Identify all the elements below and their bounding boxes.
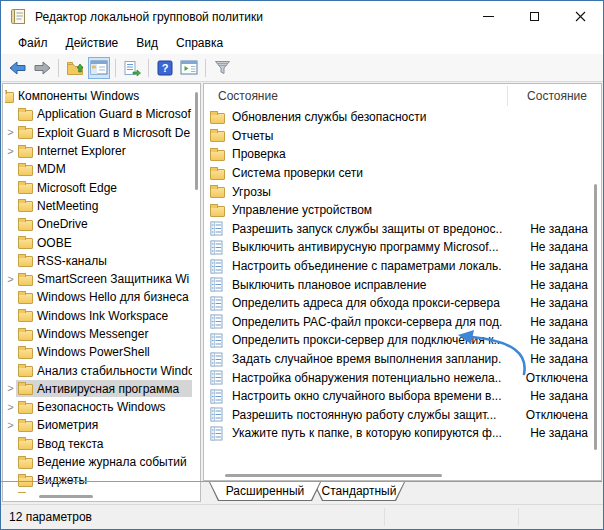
tree-item[interactable]: > Exploit Guard в Microsoft De	[3, 124, 192, 142]
gpedit-window: Редактор локальной групповой политики Фа…	[0, 0, 604, 530]
tree-item-label: Microsoft Edge	[37, 181, 117, 195]
list-row[interactable]: Задать случайное время выполнения заплан…	[204, 350, 601, 369]
chevron-right-icon[interactable]: >	[5, 383, 16, 394]
maximize-button[interactable]	[511, 1, 557, 31]
tab-standard[interactable]: Стандартный	[313, 482, 405, 501]
list-row[interactable]: Определить PAC-файл прокси-сервера для п…	[204, 313, 601, 332]
tree-item-label: RSS-каналы	[37, 254, 107, 268]
list-row[interactable]: Укажите путь к папке, в которую копируют…	[204, 424, 601, 443]
chevron-right-icon[interactable]: >	[5, 402, 16, 413]
list-row[interactable]: Определить адреса для обхода прокси-серв…	[204, 294, 601, 313]
tree-item-label: Антивирусная программа	[37, 382, 179, 396]
list-row[interactable]: Выключить антивирусную программу Microso…	[204, 238, 601, 257]
setting-state: Не задана	[502, 240, 588, 254]
list-row[interactable]: Настроить окно случайного выбора времени…	[204, 387, 601, 406]
tree-item[interactable]: > Ведение журнала событий	[3, 453, 192, 471]
folder-icon	[18, 165, 33, 176]
tree-item[interactable]: > Биометрия	[3, 416, 192, 434]
show-console-tree-button[interactable]	[88, 57, 110, 79]
tree-item[interactable]: > Windows Ink Workspace	[3, 307, 192, 325]
setting-name: Система проверки сети	[232, 166, 502, 180]
chevron-right-icon[interactable]: >	[5, 420, 16, 431]
toolbar: ?	[1, 54, 603, 82]
up-one-level-button[interactable]	[64, 57, 86, 79]
list-row[interactable]: Угрозы	[204, 182, 601, 201]
list-row[interactable]: Управление устройством	[204, 201, 601, 220]
tree-item[interactable]: > Анализ стабильности Windo	[3, 361, 192, 379]
list-row[interactable]: Выключить плановое исправление Не задана	[204, 275, 601, 294]
setting-name: Определить адреса для обхода прокси-серв…	[232, 296, 502, 310]
folder-icon	[18, 256, 33, 267]
tree-item[interactable]: > RSS-каналы	[3, 252, 192, 270]
tree-item[interactable]: > Антивирусная программа	[3, 380, 192, 398]
list-row[interactable]: Отчеты	[204, 127, 601, 146]
tree-horizontal-scrollbar[interactable]	[39, 495, 93, 498]
policy-setting-icon	[210, 296, 223, 311]
tree-item[interactable]: > Ввод текста	[3, 435, 192, 453]
tree-item[interactable]: > OneDrive	[3, 215, 192, 233]
list-row[interactable]: Разрешить постоянную работу службы защит…	[204, 406, 601, 425]
show-console-tree-icon	[90, 60, 108, 75]
settings-list: Обновления службы безопасности Отчеты Пр…	[204, 108, 601, 480]
folder-icon	[18, 330, 33, 341]
toolbar-separator	[115, 59, 116, 77]
setting-state: Не задана	[502, 352, 588, 366]
tree-item[interactable]: > Windows PowerShell	[3, 343, 192, 361]
tree-item-label: Internet Explorer	[37, 144, 126, 158]
back-button[interactable]	[7, 57, 29, 79]
menu-view[interactable]: Вид	[127, 34, 167, 52]
column-divider[interactable]	[507, 86, 508, 106]
show-action-pane-button[interactable]	[178, 57, 200, 79]
list-row[interactable]: Проверка	[204, 145, 601, 164]
menu-action[interactable]: Действие	[57, 34, 128, 52]
tree-item[interactable]: >	[3, 490, 192, 493]
setting-state: Не задана	[502, 296, 588, 310]
chevron-right-icon[interactable]: >	[5, 127, 16, 138]
tree-item-label: Безопасность Windows	[37, 400, 166, 414]
tree-item[interactable]: > Internet Explorer	[3, 142, 192, 160]
chevron-right-icon[interactable]: >	[5, 274, 16, 285]
filter-button[interactable]	[211, 57, 233, 79]
setting-state: Отключена	[502, 371, 588, 385]
menu-file[interactable]: Файл	[9, 34, 57, 52]
menu-help[interactable]: Справка	[167, 34, 232, 52]
list-horizontal-scrollbar[interactable]	[225, 474, 442, 477]
list-row[interactable]: Система проверки сети	[204, 164, 601, 183]
tab-extended[interactable]: Расширенный	[209, 482, 321, 501]
tree: Компоненты Windows > Application Guard в…	[3, 87, 192, 493]
tree-item[interactable]: > NetMeeting	[3, 197, 192, 215]
tree-item[interactable]: > Application Guard в Microsof	[3, 105, 192, 123]
list-row[interactable]: Обновления службы безопасности	[204, 108, 601, 127]
close-button[interactable]	[557, 1, 603, 31]
tree-item-label: Windows PowerShell	[37, 345, 150, 359]
forward-button[interactable]	[31, 57, 53, 79]
tree-item[interactable]: Компоненты Windows	[3, 87, 192, 105]
chevron-right-icon[interactable]: >	[5, 146, 16, 157]
column-header-state[interactable]: Состояние	[507, 89, 587, 103]
tree-item-label: Windows Ink Workspace	[37, 309, 168, 323]
folder-icon	[18, 147, 33, 158]
list-row[interactable]: Настройка обнаружения потенциально нежел…	[204, 368, 601, 387]
export-list-button[interactable]	[121, 57, 143, 79]
list-row[interactable]: Разрешить запуск службы защиты от вредон…	[204, 220, 601, 239]
tree-item[interactable]: > MDM	[3, 160, 192, 178]
policy-setting-icon	[210, 333, 223, 348]
tree-item[interactable]: > SmartScreen Защитника Wi	[3, 270, 192, 288]
list-vertical-scrollbar[interactable]	[594, 184, 597, 450]
setting-name: Настроить объединение с параметрами лока…	[232, 259, 502, 273]
tree-item[interactable]: > Windows Messenger	[3, 325, 192, 343]
column-header-name[interactable]: Состояние	[204, 89, 507, 103]
maximize-icon	[530, 12, 539, 21]
tree-item[interactable]: > Microsoft Edge	[3, 178, 192, 196]
policy-setting-icon	[210, 221, 223, 236]
list-row[interactable]: Определить прокси-сервер для подключения…	[204, 331, 601, 350]
minimize-icon	[483, 16, 494, 17]
list-row[interactable]: Настроить объединение с параметрами лока…	[204, 257, 601, 276]
help-button[interactable]: ?	[154, 57, 176, 79]
tree-vertical-scrollbar[interactable]	[195, 92, 198, 190]
tree-item[interactable]: > Безопасность Windows	[3, 398, 192, 416]
svg-text:?: ?	[162, 62, 169, 74]
minimize-button[interactable]	[465, 1, 511, 31]
tree-item[interactable]: > Windows Hello для бизнеса	[3, 288, 192, 306]
tree-item[interactable]: > OOBE	[3, 233, 192, 251]
